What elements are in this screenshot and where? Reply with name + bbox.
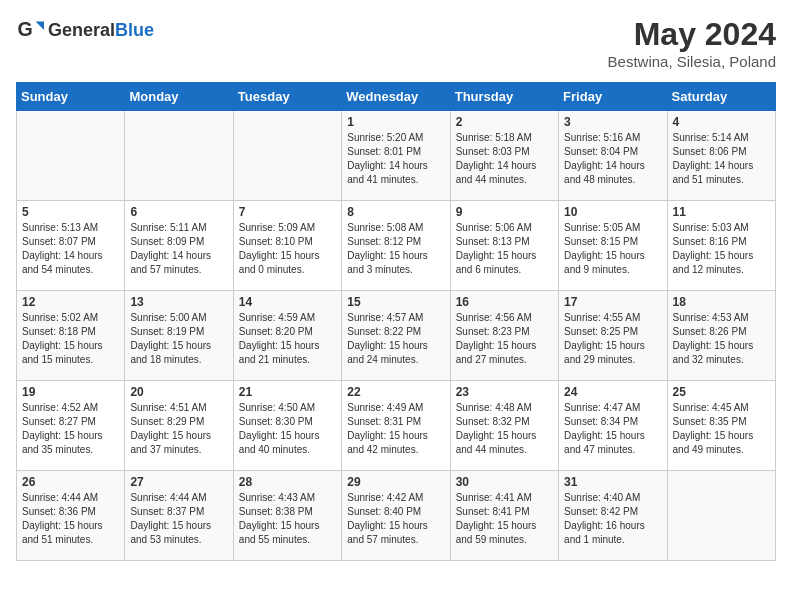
calendar-cell: 7Sunrise: 5:09 AM Sunset: 8:10 PM Daylig…: [233, 201, 341, 291]
day-number: 25: [673, 385, 770, 399]
day-number: 28: [239, 475, 336, 489]
day-number: 2: [456, 115, 553, 129]
day-info: Sunrise: 5:09 AM Sunset: 8:10 PM Dayligh…: [239, 221, 336, 277]
day-info: Sunrise: 5:18 AM Sunset: 8:03 PM Dayligh…: [456, 131, 553, 187]
day-number: 3: [564, 115, 661, 129]
day-info: Sunrise: 5:08 AM Sunset: 8:12 PM Dayligh…: [347, 221, 444, 277]
day-info: Sunrise: 5:14 AM Sunset: 8:06 PM Dayligh…: [673, 131, 770, 187]
day-info: Sunrise: 4:44 AM Sunset: 8:36 PM Dayligh…: [22, 491, 119, 547]
day-number: 19: [22, 385, 119, 399]
calendar-cell: 9Sunrise: 5:06 AM Sunset: 8:13 PM Daylig…: [450, 201, 558, 291]
day-number: 30: [456, 475, 553, 489]
day-info: Sunrise: 4:44 AM Sunset: 8:37 PM Dayligh…: [130, 491, 227, 547]
day-info: Sunrise: 5:13 AM Sunset: 8:07 PM Dayligh…: [22, 221, 119, 277]
day-number: 1: [347, 115, 444, 129]
week-row-4: 19Sunrise: 4:52 AM Sunset: 8:27 PM Dayli…: [17, 381, 776, 471]
day-number: 4: [673, 115, 770, 129]
day-info: Sunrise: 5:16 AM Sunset: 8:04 PM Dayligh…: [564, 131, 661, 187]
calendar-cell: 22Sunrise: 4:49 AM Sunset: 8:31 PM Dayli…: [342, 381, 450, 471]
day-number: 15: [347, 295, 444, 309]
calendar-cell: [125, 111, 233, 201]
calendar-cell: 23Sunrise: 4:48 AM Sunset: 8:32 PM Dayli…: [450, 381, 558, 471]
day-number: 8: [347, 205, 444, 219]
day-info: Sunrise: 4:42 AM Sunset: 8:40 PM Dayligh…: [347, 491, 444, 547]
day-number: 27: [130, 475, 227, 489]
day-info: Sunrise: 5:05 AM Sunset: 8:15 PM Dayligh…: [564, 221, 661, 277]
calendar-cell: 27Sunrise: 4:44 AM Sunset: 8:37 PM Dayli…: [125, 471, 233, 561]
day-info: Sunrise: 4:49 AM Sunset: 8:31 PM Dayligh…: [347, 401, 444, 457]
calendar-cell: 3Sunrise: 5:16 AM Sunset: 8:04 PM Daylig…: [559, 111, 667, 201]
calendar-cell: 16Sunrise: 4:56 AM Sunset: 8:23 PM Dayli…: [450, 291, 558, 381]
svg-marker-1: [36, 22, 44, 30]
day-info: Sunrise: 5:06 AM Sunset: 8:13 PM Dayligh…: [456, 221, 553, 277]
col-header-wednesday: Wednesday: [342, 83, 450, 111]
day-info: Sunrise: 4:59 AM Sunset: 8:20 PM Dayligh…: [239, 311, 336, 367]
day-number: 9: [456, 205, 553, 219]
calendar-cell: 6Sunrise: 5:11 AM Sunset: 8:09 PM Daylig…: [125, 201, 233, 291]
logo-blue: Blue: [115, 20, 154, 40]
subtitle: Bestwina, Silesia, Poland: [608, 53, 776, 70]
title-block: May 2024 Bestwina, Silesia, Poland: [608, 16, 776, 70]
day-number: 17: [564, 295, 661, 309]
day-info: Sunrise: 5:03 AM Sunset: 8:16 PM Dayligh…: [673, 221, 770, 277]
day-number: 21: [239, 385, 336, 399]
day-info: Sunrise: 5:00 AM Sunset: 8:19 PM Dayligh…: [130, 311, 227, 367]
calendar-cell: 30Sunrise: 4:41 AM Sunset: 8:41 PM Dayli…: [450, 471, 558, 561]
day-info: Sunrise: 5:20 AM Sunset: 8:01 PM Dayligh…: [347, 131, 444, 187]
day-info: Sunrise: 4:57 AM Sunset: 8:22 PM Dayligh…: [347, 311, 444, 367]
calendar-cell: 28Sunrise: 4:43 AM Sunset: 8:38 PM Dayli…: [233, 471, 341, 561]
calendar-cell: 29Sunrise: 4:42 AM Sunset: 8:40 PM Dayli…: [342, 471, 450, 561]
day-info: Sunrise: 4:51 AM Sunset: 8:29 PM Dayligh…: [130, 401, 227, 457]
day-info: Sunrise: 5:02 AM Sunset: 8:18 PM Dayligh…: [22, 311, 119, 367]
day-info: Sunrise: 5:11 AM Sunset: 8:09 PM Dayligh…: [130, 221, 227, 277]
week-row-3: 12Sunrise: 5:02 AM Sunset: 8:18 PM Dayli…: [17, 291, 776, 381]
day-info: Sunrise: 4:55 AM Sunset: 8:25 PM Dayligh…: [564, 311, 661, 367]
calendar-cell: 24Sunrise: 4:47 AM Sunset: 8:34 PM Dayli…: [559, 381, 667, 471]
logo: G GeneralBlue: [16, 16, 154, 44]
calendar-cell: 25Sunrise: 4:45 AM Sunset: 8:35 PM Dayli…: [667, 381, 775, 471]
day-info: Sunrise: 4:47 AM Sunset: 8:34 PM Dayligh…: [564, 401, 661, 457]
calendar-cell: 8Sunrise: 5:08 AM Sunset: 8:12 PM Daylig…: [342, 201, 450, 291]
calendar-cell: 2Sunrise: 5:18 AM Sunset: 8:03 PM Daylig…: [450, 111, 558, 201]
day-number: 12: [22, 295, 119, 309]
day-info: Sunrise: 4:43 AM Sunset: 8:38 PM Dayligh…: [239, 491, 336, 547]
col-header-saturday: Saturday: [667, 83, 775, 111]
calendar-cell: 26Sunrise: 4:44 AM Sunset: 8:36 PM Dayli…: [17, 471, 125, 561]
week-row-1: 1Sunrise: 5:20 AM Sunset: 8:01 PM Daylig…: [17, 111, 776, 201]
calendar-header: SundayMondayTuesdayWednesdayThursdayFrid…: [17, 83, 776, 111]
calendar-table: SundayMondayTuesdayWednesdayThursdayFrid…: [16, 82, 776, 561]
col-header-friday: Friday: [559, 83, 667, 111]
day-number: 6: [130, 205, 227, 219]
day-info: Sunrise: 4:50 AM Sunset: 8:30 PM Dayligh…: [239, 401, 336, 457]
col-header-thursday: Thursday: [450, 83, 558, 111]
day-number: 14: [239, 295, 336, 309]
day-number: 22: [347, 385, 444, 399]
week-row-5: 26Sunrise: 4:44 AM Sunset: 8:36 PM Dayli…: [17, 471, 776, 561]
day-info: Sunrise: 4:41 AM Sunset: 8:41 PM Dayligh…: [456, 491, 553, 547]
day-info: Sunrise: 4:45 AM Sunset: 8:35 PM Dayligh…: [673, 401, 770, 457]
day-number: 13: [130, 295, 227, 309]
col-header-sunday: Sunday: [17, 83, 125, 111]
day-info: Sunrise: 4:53 AM Sunset: 8:26 PM Dayligh…: [673, 311, 770, 367]
calendar-cell: 12Sunrise: 5:02 AM Sunset: 8:18 PM Dayli…: [17, 291, 125, 381]
day-number: 18: [673, 295, 770, 309]
main-title: May 2024: [608, 16, 776, 53]
day-number: 16: [456, 295, 553, 309]
page-header: G GeneralBlue May 2024 Bestwina, Silesia…: [16, 16, 776, 70]
calendar-cell: 5Sunrise: 5:13 AM Sunset: 8:07 PM Daylig…: [17, 201, 125, 291]
day-number: 5: [22, 205, 119, 219]
calendar-cell: 31Sunrise: 4:40 AM Sunset: 8:42 PM Dayli…: [559, 471, 667, 561]
calendar-cell: 18Sunrise: 4:53 AM Sunset: 8:26 PM Dayli…: [667, 291, 775, 381]
day-number: 31: [564, 475, 661, 489]
calendar-cell: 14Sunrise: 4:59 AM Sunset: 8:20 PM Dayli…: [233, 291, 341, 381]
day-number: 24: [564, 385, 661, 399]
day-info: Sunrise: 4:52 AM Sunset: 8:27 PM Dayligh…: [22, 401, 119, 457]
calendar-cell: 13Sunrise: 5:00 AM Sunset: 8:19 PM Dayli…: [125, 291, 233, 381]
logo-icon: G: [16, 16, 44, 44]
calendar-cell: 4Sunrise: 5:14 AM Sunset: 8:06 PM Daylig…: [667, 111, 775, 201]
col-header-tuesday: Tuesday: [233, 83, 341, 111]
calendar-cell: 1Sunrise: 5:20 AM Sunset: 8:01 PM Daylig…: [342, 111, 450, 201]
logo-general: General: [48, 20, 115, 40]
day-info: Sunrise: 4:56 AM Sunset: 8:23 PM Dayligh…: [456, 311, 553, 367]
calendar-cell: 21Sunrise: 4:50 AM Sunset: 8:30 PM Dayli…: [233, 381, 341, 471]
